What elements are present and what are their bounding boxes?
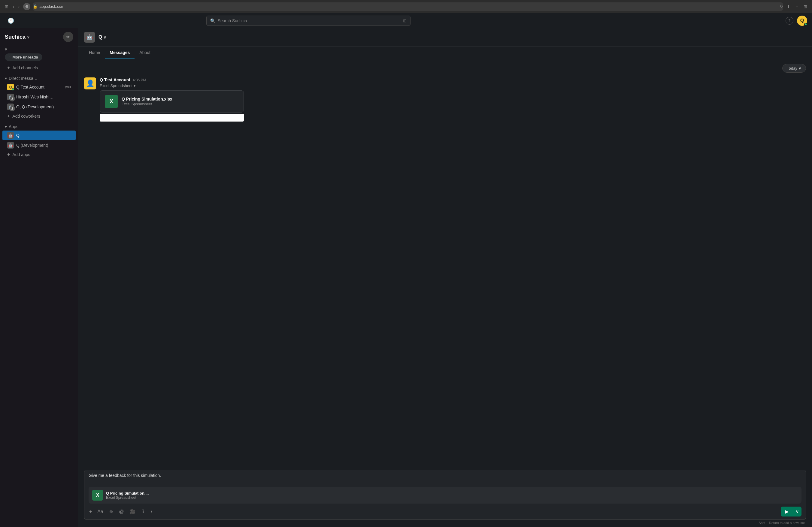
file-name: Q Pricing Simulation.xlsx xyxy=(121,96,239,102)
shield-icon: ⊕ xyxy=(23,3,30,10)
help-icon[interactable]: ? xyxy=(786,17,793,25)
tab-about[interactable]: About xyxy=(134,46,155,59)
forward-btn[interactable]: › xyxy=(17,3,21,10)
tab-messages[interactable]: Messages xyxy=(105,46,134,59)
share-btn[interactable]: ⬆ xyxy=(786,3,792,10)
add-apps-item[interactable]: + Add apps xyxy=(2,150,76,159)
emoji-btn[interactable]: ☺ xyxy=(108,508,114,515)
audio-btn[interactable]: 🎙 xyxy=(140,508,146,515)
input-text[interactable]: Give me a feedback for this simulation. xyxy=(89,473,801,484)
url-text: app.slack.com xyxy=(39,4,64,9)
input-attach-info: Q Pricing Simulation.... Excel Spreadshe… xyxy=(106,491,798,500)
add-coworkers-item[interactable]: + Add coworkers xyxy=(2,112,76,120)
send-btn[interactable]: ▶ xyxy=(781,507,793,516)
today-chevron: ∨ xyxy=(798,66,801,71)
history-icon: 🕐 xyxy=(8,17,14,24)
app-q-dev-icon: 🤖 xyxy=(7,142,14,149)
workspace-chevron: ∨ xyxy=(27,34,30,39)
xlsx-icon: X xyxy=(105,95,118,108)
mention-btn[interactable]: @ xyxy=(118,508,124,515)
add-coworkers-label: Add coworkers xyxy=(12,114,40,119)
sidebar-toggle-btn[interactable]: ⊞ xyxy=(4,3,10,10)
dm-section-header[interactable]: ▾ Direct messa… xyxy=(0,75,78,82)
video-btn[interactable]: 🎥 xyxy=(129,508,136,515)
dm-avatar-q-test: Q xyxy=(7,84,14,90)
unreads-label: More unreads xyxy=(13,55,38,59)
chat-avatar: 🤖 xyxy=(84,32,95,43)
dm-hiroshi[interactable]: 🤖 3 Hiroshi Wes Nishi… xyxy=(2,92,76,102)
app-q-icon: 🤖 xyxy=(7,132,14,139)
dm-q-test-account[interactable]: Q Q Test Account you xyxy=(2,82,76,92)
add-channels-icon: + xyxy=(7,65,10,71)
send-dropdown-btn[interactable]: ∨ xyxy=(793,507,801,516)
hash-icon: # xyxy=(5,47,7,51)
tab-home[interactable]: Home xyxy=(84,46,105,59)
unreads-section: # ↑ More unreads xyxy=(0,46,78,63)
address-bar[interactable]: 🔒 app.slack.com ↻ xyxy=(33,2,783,11)
file-type: Excel Spreadsheet xyxy=(121,102,239,106)
channel-chevron: ∨ xyxy=(103,35,106,40)
app-q[interactable]: 🤖 Q xyxy=(2,131,76,140)
app-q-development[interactable]: 🤖 Q (Development) xyxy=(2,140,76,150)
message-row: 👤 Q Test Account 4:35 PM Excel Spreadshe… xyxy=(84,77,806,122)
browser-right-controls: ⬆ + ⊞ xyxy=(786,3,808,10)
history-btn[interactable]: 🕐 xyxy=(5,17,17,24)
msg-subtitle-text: Excel Spreadsheet xyxy=(100,84,132,88)
input-attachment-preview: X Q Pricing Simulation.... Excel Spreads… xyxy=(89,487,801,503)
app-q-robot-icon: 🤖 xyxy=(8,133,13,138)
dm-badge-2: 2 xyxy=(10,106,15,111)
dm-badge-you: you xyxy=(65,85,71,89)
msg-sender: Q Test Account xyxy=(100,77,130,82)
compose-btn[interactable]: ✏ xyxy=(63,32,73,42)
dm-q-dev[interactable]: 🤖 2 Q, Q (Development) xyxy=(2,102,76,112)
app-container: 🕐 🔍 Search Suchica ⊞ ? Q Suchica ∨ ✏ xyxy=(0,13,812,527)
user-avatar[interactable]: Q xyxy=(797,16,807,26)
msg-subtitle-chevron: ▾ xyxy=(134,84,136,88)
dm-chevron: ▾ xyxy=(5,76,7,81)
avatar-letter: Q xyxy=(800,18,804,24)
dm-avatar-hiroshi: 🤖 3 xyxy=(7,94,14,100)
dm-badge-3: 3 xyxy=(10,96,15,102)
file-card[interactable]: X Q Pricing Simulation.xlsx Excel Spread… xyxy=(100,90,244,112)
file-preview-bar xyxy=(100,114,244,122)
dm-name-hiroshi: Hiroshi Wes Nishi… xyxy=(16,94,71,99)
dm-name-q-test: Q Test Account xyxy=(16,85,63,89)
msg-avatar-icon: 👤 xyxy=(86,79,94,87)
search-placeholder: Search Suchica xyxy=(218,18,247,23)
today-badge-row: Today ∨ xyxy=(84,64,806,73)
msg-avatar: 👤 xyxy=(84,77,96,89)
msg-content: Q Test Account 4:35 PM Excel Spreadsheet… xyxy=(100,77,806,122)
app-q-dev-label: Q (Development) xyxy=(16,143,48,148)
input-box[interactable]: Give me a feedback for this simulation. … xyxy=(84,470,806,520)
slash-btn[interactable]: / xyxy=(150,508,153,515)
send-btn-group: ▶ ∨ xyxy=(781,507,801,516)
sidebar: Suchica ∨ ✏ # ↑ More unreads + Add chann… xyxy=(0,28,78,527)
workspace-name[interactable]: Suchica ∨ xyxy=(5,34,30,40)
search-bar[interactable]: 🔍 Search Suchica ⊞ xyxy=(206,16,410,26)
input-attach-icon: X xyxy=(92,490,103,501)
top-bar-right: ? Q xyxy=(786,16,807,26)
add-channels-label: Add channels xyxy=(12,65,38,70)
add-tool-btn[interactable]: + xyxy=(89,508,92,515)
apps-section-header[interactable]: ▾ Apps xyxy=(0,123,78,130)
file-info: Q Pricing Simulation.xlsx Excel Spreadsh… xyxy=(121,96,239,106)
main-layout: Suchica ∨ ✏ # ↑ More unreads + Add chann… xyxy=(0,28,812,527)
status-dot xyxy=(804,23,807,26)
today-badge[interactable]: Today ∨ xyxy=(782,64,806,73)
reload-icon[interactable]: ↻ xyxy=(780,4,783,9)
chat-title: Q ∨ xyxy=(99,34,106,40)
format-tool-btn[interactable]: Aa xyxy=(97,508,104,515)
main-content: 🤖 Q ∨ Home Messages About Today ∨ xyxy=(78,28,812,527)
back-btn[interactable]: ‹ xyxy=(11,3,15,10)
new-tab-btn[interactable]: + xyxy=(795,3,799,10)
input-area: Give me a feedback for this simulation. … xyxy=(78,466,812,527)
tab-nav: Home Messages About xyxy=(78,46,812,59)
filter-icon: ⊞ xyxy=(403,18,407,23)
apps-section-label: Apps xyxy=(9,124,18,129)
app-q-label: Q xyxy=(16,133,19,138)
add-channels-item[interactable]: + Add channels xyxy=(2,64,76,72)
input-attach-name: Q Pricing Simulation.... xyxy=(106,491,798,496)
more-unreads-btn[interactable]: ↑ More unreads xyxy=(5,54,42,61)
msg-subtitle: Excel Spreadsheet ▾ xyxy=(100,84,806,88)
tabs-btn[interactable]: ⊞ xyxy=(802,3,808,10)
